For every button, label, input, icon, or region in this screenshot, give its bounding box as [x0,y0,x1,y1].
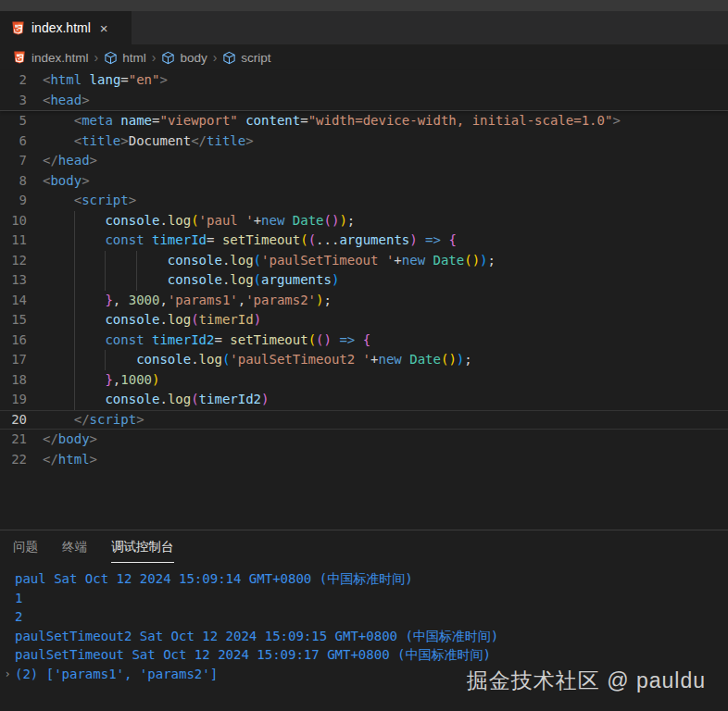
bottom-panel: 问题终端调试控制台 paul Sat Oct 12 2024 15:09:14 … [0,530,728,710]
editor-tab-bar: index.html × [0,11,728,44]
expand-chevron-icon[interactable]: › [0,665,15,684]
indent-guides [43,251,168,271]
breadcrumb-symbol-label: html [122,51,146,65]
breadcrumb-symbol-script[interactable]: script [222,51,270,65]
console-text: paulSetTimeout Sat Oct 12 2024 15:09:17 … [15,645,491,665]
indent-guides [43,231,105,251]
indent-guides [43,270,168,291]
indent-guides [43,410,74,430]
code-text: <title>Document</title> [43,131,254,152]
symbol-cube-icon [161,51,175,65]
code-line[interactable]: 13console.log(arguments) [0,270,728,291]
code-line[interactable]: 14}, 3000,'params1','params2'); [0,291,728,311]
line-number: 14 [0,291,43,311]
code-text: <html lang="en"> [43,70,168,91]
console-line: paul Sat Oct 12 2024 15:09:14 GMT+0800 (… [0,569,728,589]
breadcrumb: index.html ›html›body›script [0,44,728,70]
breadcrumb-separator: › [152,50,157,65]
code-line[interactable]: 7</head> [0,151,728,171]
code-text: console.log('paul '+new Date()); [43,211,355,231]
line-number: 16 [0,331,43,351]
indent-guides [43,131,74,152]
code-text: <script> [43,191,136,211]
code-text: const timerId2= setTimeout(() => { [43,331,370,351]
console-text: (2) ['params1', 'params2'] [15,665,218,684]
chevron-spacer [0,589,15,608]
sticky-code-line[interactable]: 2<html lang="en"> [0,70,728,91]
breadcrumb-symbol-html[interactable]: html [104,51,146,65]
line-number: 10 [0,211,43,231]
console-text: 1 [15,589,22,608]
line-number: 7 [0,151,43,171]
code-text: },1000) [43,370,159,391]
code-text: const timerId= setTimeout((...arguments)… [43,231,457,251]
code-line[interactable]: 21</body> [0,430,728,450]
line-number: 2 [0,70,43,91]
code-line[interactable]: 10console.log('paul '+new Date()); [0,211,728,231]
line-number: 13 [0,270,43,291]
code-text: </script> [43,410,144,430]
code-text: console.log('paulSetTimeout '+new Date()… [43,251,496,271]
panel-tab-terminal[interactable]: 终端 [62,539,87,563]
code-line[interactable]: 17console.log('paulSetTimeout2 '+new Dat… [0,350,728,370]
breadcrumb-separator: › [94,50,99,65]
chevron-spacer [0,607,15,627]
line-number: 22 [0,450,43,470]
breadcrumb-symbol-body[interactable]: body [161,51,207,65]
symbol-cube-icon [222,51,236,65]
line-number: 15 [0,310,43,331]
console-text: paulSetTimeout2 Sat Oct 12 2024 15:09:15… [15,627,498,646]
code-line[interactable]: 12console.log('paulSetTimeout '+new Date… [0,251,728,271]
code-line[interactable]: 15console.log(timerId) [0,310,728,331]
debug-console-output[interactable]: paul Sat Oct 12 2024 15:09:14 GMT+0800 (… [0,563,728,683]
tab-label: index.html [31,20,91,35]
indent-guides [43,370,105,391]
line-number: 3 [0,91,43,111]
html5-file-icon [13,51,26,64]
line-number: 20 [0,410,43,430]
console-line: 1 [0,589,728,608]
indent-guides [43,191,74,211]
breadcrumb-file-label: index.html [31,51,89,65]
breadcrumb-file[interactable]: index.html [31,51,89,65]
tab-index-html[interactable]: index.html × [0,11,132,44]
indent-guides [43,310,105,331]
code-text: </body> [43,430,97,450]
tab-close-icon[interactable]: × [97,19,111,37]
sticky-scroll: 2<html lang="en">3<head> [0,70,728,111]
titlebar-strip [0,0,728,11]
code-line[interactable]: 6<title>Document</title> [0,131,728,152]
code-text: </head> [43,151,97,171]
breadcrumb-separator: › [213,50,218,65]
indent-guides [43,211,105,231]
code-text: <head> [43,91,90,111]
code-line[interactable]: 5<meta name="viewport" content="width=de… [0,111,728,131]
code-text: <meta name="viewport" content="width=dev… [43,111,621,131]
symbol-cube-icon [104,51,118,65]
indent-guides [43,291,105,311]
code-line[interactable]: 20</script> [0,410,728,430]
code-line[interactable]: 9<script> [0,191,728,211]
indent-guides [43,111,74,131]
panel-tab-debug-console[interactable]: 调试控制台 [111,539,174,563]
line-number: 18 [0,370,43,391]
sticky-code-line[interactable]: 3<head> [0,91,728,111]
code-line[interactable]: 18},1000) [0,370,728,391]
console-line: paulSetTimeout2 Sat Oct 12 2024 15:09:15… [0,627,728,646]
code-line[interactable]: 8<body> [0,171,728,192]
code-lines: 5<meta name="viewport" content="width=de… [0,111,728,469]
line-number: 11 [0,231,43,251]
code-line[interactable]: 19console.log(timerId2) [0,390,728,410]
line-number: 9 [0,191,43,211]
watermark: 掘金技术社区 @ pauldu [467,667,706,695]
panel-tab-bar: 问题终端调试控制台 [0,530,728,563]
code-line[interactable]: 16const timerId2= setTimeout(() => { [0,331,728,351]
line-number: 5 [0,111,43,131]
code-line[interactable]: 11const timerId= setTimeout((...argument… [0,231,728,251]
code-editor[interactable]: 2<html lang="en">3<head> 5<meta name="vi… [0,70,728,530]
indent-guides [43,331,105,351]
code-line[interactable]: 22</html> [0,450,728,470]
panel-tab-problems[interactable]: 问题 [13,539,38,563]
line-number: 19 [0,390,43,410]
chevron-spacer [0,627,15,646]
